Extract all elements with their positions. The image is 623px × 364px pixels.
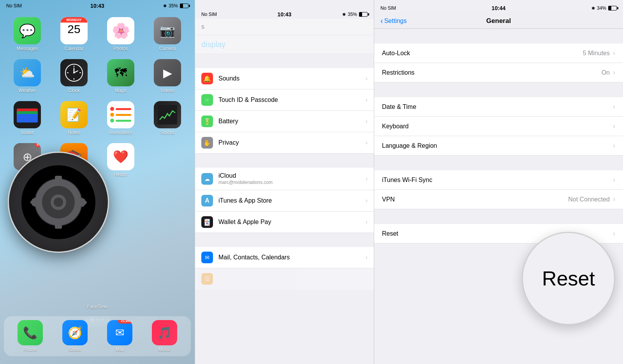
battery-pct-general: 34%	[597, 5, 606, 11]
dock-phone[interactable]: 📞 Phone	[18, 320, 43, 352]
app-icon-wallet	[14, 101, 41, 128]
app-clock[interactable]: Clock	[55, 59, 93, 93]
settings-item-mail[interactable]: ✉ Mail, Contacts, Calendars ›	[195, 247, 374, 268]
app-icon-reminders	[107, 101, 134, 128]
battery-label: Battery	[218, 118, 366, 125]
app-icon-messages: 💬	[14, 17, 41, 44]
general-item-restrictions[interactable]: Restrictions On ›	[374, 63, 623, 82]
svg-rect-22	[97, 217, 97, 226]
hidden-item-2: display	[195, 35, 374, 54]
back-button[interactable]: ‹ Settings	[380, 16, 407, 25]
app-icon-camera: 📷	[154, 17, 181, 44]
reset-circle-magnified: Reset	[522, 232, 615, 325]
general-item-keyboard[interactable]: Keyboard ›	[374, 117, 623, 136]
app-icon-maps: 🗺	[107, 59, 134, 86]
sounds-icon: 🔔	[201, 73, 213, 84]
battery-icon-item: 🔋	[201, 116, 213, 127]
battery-chevron: ›	[366, 118, 368, 125]
dock-phone-label: Phone	[23, 347, 37, 352]
settings-item-icloud[interactable]: ☁ iCloud marc@mobilenations.com ›	[195, 168, 374, 190]
gear-svg-large	[19, 163, 97, 241]
app-messages[interactable]: 💬 Messages	[8, 17, 47, 51]
settings-item-touchid[interactable]: ☞ Touch ID & Passcode ›	[195, 89, 374, 111]
app-reminders[interactable]: Reminders	[101, 101, 140, 135]
app-wallet[interactable]: Wallet	[8, 101, 47, 135]
carrier-settings: No SIM	[201, 12, 217, 17]
time-home: 10:43	[90, 3, 104, 9]
app-camera[interactable]: 📷 Camera	[148, 17, 187, 51]
dock-safari[interactable]: 🧭 Safari	[62, 320, 88, 352]
svg-rect-16	[55, 222, 62, 229]
back-chevron-icon: ‹	[380, 16, 383, 25]
app-photos[interactable]: 🌸 Photos	[101, 17, 140, 51]
app-videos[interactable]: ▶ Videos	[148, 59, 187, 93]
app-health[interactable]: ❤️ Health	[101, 143, 140, 177]
touchid-label: Touch ID & Passcode	[218, 96, 366, 103]
app-empty3	[148, 185, 187, 219]
sounds-label: Sounds	[218, 75, 366, 82]
app-label-calendar: Calendar	[65, 46, 84, 51]
app-icon-stocks	[154, 101, 181, 128]
sounds-chevron: ›	[366, 75, 368, 82]
icloud-icon: ☁	[201, 173, 213, 185]
general-item-language[interactable]: Language & Region ›	[374, 136, 623, 156]
touchid-icon: ☞	[201, 94, 213, 106]
app-stocks[interactable]: Stocks	[148, 101, 187, 135]
battery-icon-settings	[359, 12, 368, 17]
settings-item-battery[interactable]: 🔋 Battery ›	[195, 111, 374, 132]
calendar-month: Monday	[60, 17, 88, 23]
itunessync-label: iTunes Wi-Fi Sync	[382, 177, 613, 184]
datetime-chevron: ›	[613, 103, 615, 111]
app-icon-clock	[60, 59, 88, 86]
settings-item-sounds[interactable]: 🔔 Sounds ›	[195, 68, 374, 89]
dock-mail[interactable]: ✉ 21,986 Mail	[107, 320, 132, 352]
time-general: 10:44	[492, 5, 506, 11]
nav-title-general: General	[486, 17, 511, 25]
app-maps[interactable]: 🗺 Maps	[101, 59, 140, 93]
status-bar-settings: No SIM 10:43 ✱ 35%	[195, 0, 374, 19]
app-icon-notes: 📝	[60, 101, 88, 128]
dock: 📞 Phone 🧭 Safari ✉ 21,986 Mail 🎵 Music	[4, 316, 191, 356]
app-label-health: Health	[114, 172, 128, 177]
app-weather[interactable]: ⛅ Weather	[8, 59, 47, 93]
itunessync-chevron: ›	[613, 176, 615, 184]
app-label-maps: Maps	[115, 88, 126, 93]
settings-item-itunes[interactable]: A iTunes & App Store ›	[195, 190, 374, 212]
dock-music-icon: 🎵	[152, 320, 177, 345]
app-label-wallet: Wallet	[21, 130, 34, 135]
dock-phone-icon: 📞	[18, 320, 43, 345]
touchid-chevron: ›	[366, 96, 368, 103]
settings-item-more: ☰	[195, 268, 374, 290]
general-item-itunessync[interactable]: iTunes Wi-Fi Sync ›	[374, 170, 623, 190]
app-notes[interactable]: 📝 Notes	[55, 101, 93, 135]
general-item-datetime[interactable]: Date & Time ›	[374, 97, 623, 117]
app-label-photos: Photos	[113, 46, 128, 51]
settings-item-wallet[interactable]: 🃏 Wallet & Apple Pay ›	[195, 212, 374, 233]
mail-label: Mail, Contacts, Calendars	[218, 254, 366, 261]
settings-item-privacy[interactable]: ✋ Privacy ›	[195, 132, 374, 154]
section-divider-1	[195, 54, 374, 68]
general-item-autolock[interactable]: Auto-Lock 5 Minutes ›	[374, 44, 623, 63]
dock-music[interactable]: 🎵 Music	[152, 320, 177, 352]
battery-icon-home	[180, 4, 188, 8]
bluetooth-home: ✱	[163, 4, 167, 9]
itunes-icon: A	[201, 195, 213, 206]
restrictions-chevron: ›	[613, 68, 615, 77]
home-screen-panel: No SIM 10:43 ✱ 35% 💬 Messages Monday 25 …	[0, 0, 195, 364]
general-divider-1	[374, 82, 623, 97]
keyboard-chevron: ›	[613, 122, 615, 130]
bluetooth-general: ✱	[591, 6, 595, 11]
general-divider-2	[374, 156, 623, 170]
autolock-chevron: ›	[613, 49, 615, 57]
facetime-label: FaceTime	[87, 304, 108, 310]
general-item-vpn[interactable]: VPN Not Connected ›	[374, 190, 623, 209]
vpn-chevron: ›	[613, 195, 615, 203]
restrictions-label: Restrictions	[382, 69, 602, 76]
app-calendar[interactable]: Monday 25 Calendar	[55, 17, 93, 51]
dock-mail-label: Mail	[115, 347, 124, 352]
mail-list-icon: ✉	[201, 252, 213, 263]
app-icon-photos: 🌸	[107, 17, 134, 44]
badge-featured: 28	[35, 143, 41, 147]
general-settings-panel: No SIM 10:44 ✱ 34% ‹ Settings General Au…	[374, 0, 623, 364]
autolock-label: Auto-Lock	[382, 50, 583, 57]
